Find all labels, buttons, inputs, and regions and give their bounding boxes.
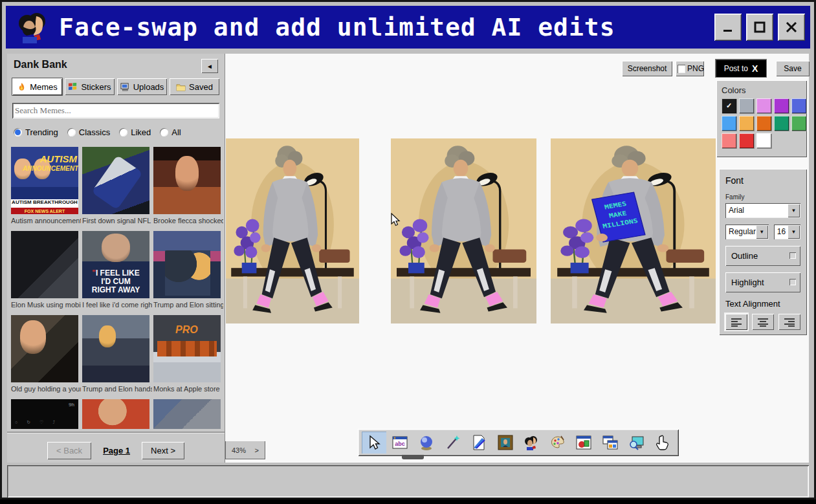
font-size-select[interactable]: 16 ▼: [774, 225, 800, 239]
sidebar-collapse-button[interactable]: ◄: [201, 59, 218, 73]
meme-thumb-handshake[interactable]: [82, 315, 149, 382]
meme-thumb-feel-like[interactable]: "I FEEL LIKE I'D CUM RIGHT AWAY: [82, 231, 149, 298]
canvas-image-2[interactable]: [391, 138, 536, 323]
close-icon: [784, 20, 799, 34]
png-label: PNG: [687, 64, 704, 73]
zoom-level-tab[interactable]: 43% >: [225, 441, 265, 459]
picture-frame-icon: [497, 434, 514, 451]
color-swatch-salmon[interactable]: [722, 133, 736, 148]
toolbar-drag-handle[interactable]: [402, 455, 424, 459]
chevron-down-icon[interactable]: ▼: [756, 225, 768, 239]
tab-label: Uploads: [133, 82, 164, 92]
chevron-down-icon[interactable]: ▼: [788, 225, 800, 239]
highlight-toggle[interactable]: Highlight: [725, 272, 800, 292]
close-button[interactable]: [778, 14, 805, 41]
thumb-overlay-text: AUTISM BREAKTHROUGH: [11, 199, 78, 205]
tool-paint-palette[interactable]: [546, 432, 570, 454]
meme-thumb-trump-elon-sitting[interactable]: [153, 231, 221, 298]
color-swatch-green[interactable]: [791, 116, 806, 131]
align-right-button[interactable]: [778, 314, 800, 330]
thumb-overlay-text: FOX NEWS ALERT: [11, 209, 78, 214]
tab-stickers[interactable]: Stickers: [65, 78, 115, 95]
meme-thumb-brooke[interactable]: [153, 147, 221, 214]
color-swatch-white[interactable]: [756, 133, 771, 148]
meme-thumb-nfl[interactable]: [82, 147, 149, 214]
tool-cascade-windows[interactable]: [598, 432, 623, 454]
meme-thumb-elon-mobile[interactable]: [11, 231, 78, 298]
tab-memes[interactable]: Memes: [12, 78, 62, 95]
filter-classics[interactable]: Classics: [67, 127, 110, 137]
minimize-icon: [722, 21, 734, 34]
tool-image-window[interactable]: [572, 432, 597, 454]
meme-thumb-old-guy[interactable]: [11, 315, 78, 382]
page-label[interactable]: Page 1: [103, 446, 130, 455]
meme-thumb-mourinho[interactable]: [82, 399, 149, 429]
font-style-select[interactable]: Regular ▼: [725, 225, 769, 239]
filter-label: Liked: [131, 127, 151, 137]
align-left-button[interactable]: [725, 314, 747, 330]
outline-label: Outline: [731, 251, 758, 261]
filter-all[interactable]: All: [160, 127, 181, 137]
color-swatch-black[interactable]: ✓: [722, 98, 736, 113]
meme-thumb-autism-announcement[interactable]: AUTISM ANNOUNCEMENT AUTISM BREAKTHROUGH …: [11, 147, 78, 214]
chevron-right-icon: >: [255, 446, 259, 454]
color-swatch-dodger-blue[interactable]: [722, 116, 736, 131]
maximize-button[interactable]: [746, 14, 773, 41]
color-swatch-teal-green[interactable]: [774, 116, 789, 131]
tool-text[interactable]: abc: [388, 432, 413, 454]
font-family-select[interactable]: Arial ▼: [725, 203, 800, 218]
meme-thumb-facepalm[interactable]: [153, 399, 221, 429]
color-swatch-gray[interactable]: [739, 98, 754, 113]
meme-thumb-tweet[interactable]: 9h ○ ↻ ♡ ⤴: [11, 399, 78, 429]
x-logo-icon: X: [752, 63, 758, 74]
search-input[interactable]: [15, 105, 212, 116]
canvas-image-3[interactable]: MEMES MAKE MILLIONS: [551, 138, 716, 323]
tool-crystal-ball[interactable]: [414, 432, 439, 454]
color-swatch-orange[interactable]: [756, 116, 771, 131]
radio-icon: [160, 128, 168, 137]
thumb-overlay-text: ANNOUNCEMENT: [23, 165, 78, 172]
tool-computer-search[interactable]: [624, 432, 649, 454]
photo-scene: MEMES MAKE MILLIONS: [551, 138, 716, 323]
meme-thumb-monks[interactable]: PRO: [153, 315, 221, 382]
highlight-checkbox[interactable]: [789, 279, 796, 285]
outline-checkbox[interactable]: [789, 252, 796, 259]
png-checkbox[interactable]: [678, 65, 685, 73]
folder-icon: [176, 82, 186, 92]
color-swatch-royal-blue[interactable]: [791, 98, 806, 113]
chevron-down-icon[interactable]: ▼: [788, 204, 800, 217]
meme-grid: AUTISM ANNOUNCEMENT AUTISM BREAKTHROUGH …: [11, 147, 222, 429]
tool-face-swap[interactable]: [519, 432, 544, 454]
color-swatch-red[interactable]: [739, 133, 754, 148]
png-checkbox-group[interactable]: PNG: [676, 61, 704, 76]
color-swatch-purple[interactable]: [774, 98, 789, 113]
sidebar-title: Dank Bank: [14, 59, 67, 70]
tool-select-cursor[interactable]: [362, 432, 386, 454]
screenshot-button[interactable]: Screenshot: [622, 61, 672, 76]
tool-edit-document[interactable]: [467, 432, 491, 454]
tab-saved[interactable]: Saved: [170, 78, 219, 95]
tab-uploads[interactable]: Uploads: [117, 78, 167, 95]
search-box: [12, 103, 219, 118]
save-button[interactable]: Save: [776, 61, 810, 76]
tool-picture-frame[interactable]: [493, 432, 518, 454]
canvas-image-1[interactable]: [226, 138, 359, 323]
filter-trending[interactable]: Trending: [14, 127, 58, 137]
face-swap-logo-icon: [15, 10, 50, 45]
filter-liked[interactable]: Liked: [119, 127, 151, 137]
align-center-button[interactable]: [752, 314, 774, 330]
color-swatch-amber[interactable]: [739, 116, 754, 131]
collapse-arrow-icon: ◄: [206, 63, 213, 70]
tool-hand-pointer[interactable]: [650, 432, 675, 454]
outline-toggle[interactable]: Outline: [725, 246, 800, 266]
post-to-x-button[interactable]: Post to X: [716, 60, 766, 77]
tool-magic-wand[interactable]: [441, 432, 465, 454]
next-button[interactable]: Next >: [142, 442, 184, 459]
color-swatch-orchid[interactable]: [756, 98, 771, 113]
computer-icon: [120, 82, 130, 92]
meme-caption: I feel like i'd come right a...: [82, 301, 152, 310]
minimize-button[interactable]: [714, 14, 742, 41]
hand-pointer-icon: [654, 434, 671, 451]
tool-bar: abc: [358, 429, 679, 456]
back-button[interactable]: < Back: [47, 442, 91, 459]
